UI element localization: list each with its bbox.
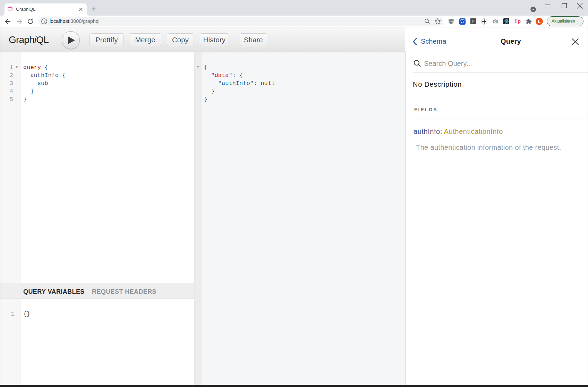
- svg-text:UO: UO: [450, 20, 453, 23]
- svg-text:P: P: [472, 19, 475, 24]
